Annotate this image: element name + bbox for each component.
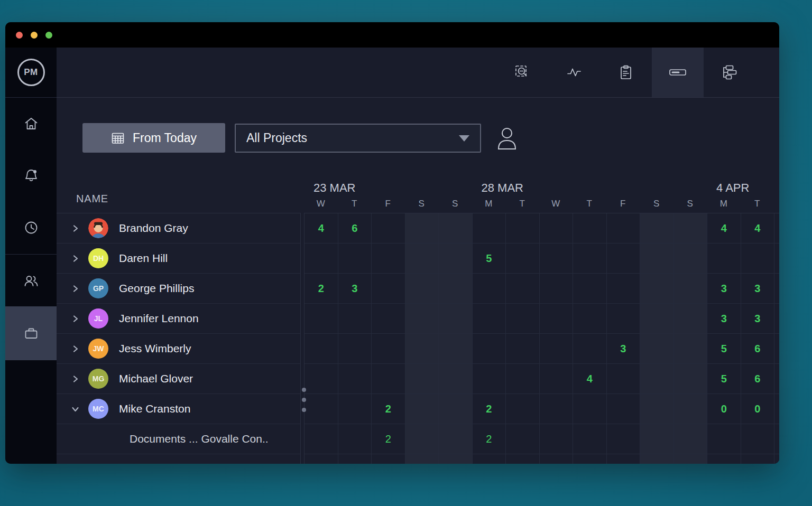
allocation-cell[interactable] — [405, 274, 439, 304]
allocation-cell[interactable] — [372, 213, 405, 243]
allocation-cell[interactable] — [540, 243, 574, 274]
allocation-cell[interactable] — [405, 454, 439, 464]
allocation-cell[interactable] — [674, 243, 708, 274]
allocation-cell[interactable] — [473, 364, 506, 394]
zoom-button[interactable] — [45, 32, 52, 39]
allocation-cell[interactable] — [774, 334, 779, 364]
allocation-cell[interactable] — [372, 243, 405, 274]
collapse-chevron-icon[interactable] — [71, 405, 79, 413]
project-filter-select[interactable]: All Projects — [235, 124, 481, 153]
sidebar-item-home[interactable] — [5, 98, 57, 149]
allocation-cell[interactable] — [439, 394, 473, 424]
sidebar-item-team[interactable] — [5, 255, 57, 306]
allocation-cell[interactable]: 3 — [741, 304, 775, 334]
allocation-cell[interactable] — [774, 424, 779, 454]
allocation-cell[interactable] — [774, 394, 779, 424]
allocation-cell[interactable]: 2 — [473, 424, 506, 454]
expand-chevron-icon[interactable] — [71, 375, 79, 383]
allocation-cell[interactable] — [304, 243, 338, 274]
allocation-cell[interactable]: 2 — [372, 424, 405, 454]
allocation-cell[interactable] — [774, 364, 779, 394]
expand-chevron-icon[interactable] — [71, 255, 79, 263]
allocation-cell[interactable] — [573, 394, 607, 424]
allocation-cell[interactable] — [506, 334, 540, 364]
allocation-cell[interactable] — [439, 334, 473, 364]
allocation-cell[interactable] — [506, 243, 540, 274]
allocation-cell[interactable] — [674, 424, 708, 454]
allocation-cell[interactable] — [607, 243, 641, 274]
allocation-cell[interactable] — [405, 424, 439, 454]
allocation-cell[interactable] — [540, 274, 574, 304]
allocation-cell[interactable] — [607, 454, 641, 464]
allocation-cell[interactable]: 3 — [707, 304, 741, 334]
member-row[interactable]: Brandon Gray — [57, 213, 300, 243]
allocation-cell[interactable] — [707, 424, 741, 454]
allocation-cell[interactable] — [573, 334, 607, 364]
tab-workflow[interactable] — [704, 48, 755, 97]
allocation-cell[interactable] — [540, 424, 574, 454]
allocation-cell[interactable] — [741, 424, 775, 454]
allocation-cell[interactable] — [506, 274, 540, 304]
allocation-cell[interactable] — [372, 454, 405, 464]
allocation-cell[interactable]: 6 — [741, 334, 775, 364]
close-button[interactable] — [16, 32, 23, 39]
allocation-cell[interactable]: 2 — [372, 394, 405, 424]
allocation-cell[interactable]: 5 — [473, 243, 506, 274]
allocation-cell[interactable] — [774, 213, 779, 243]
allocation-cell[interactable]: 5 — [707, 334, 741, 364]
allocation-cell[interactable] — [439, 424, 473, 454]
allocation-cell[interactable] — [540, 213, 574, 243]
allocation-cell[interactable] — [640, 274, 674, 304]
allocation-cell[interactable] — [473, 213, 506, 243]
tab-activity[interactable] — [548, 48, 600, 97]
expand-chevron-icon[interactable] — [71, 224, 79, 232]
allocation-cell[interactable] — [506, 364, 540, 394]
person-filter-button[interactable] — [495, 126, 519, 153]
allocation-cell[interactable] — [674, 304, 708, 334]
allocation-cell[interactable] — [607, 274, 641, 304]
allocation-cell[interactable] — [573, 274, 607, 304]
allocation-cell[interactable] — [573, 454, 607, 464]
allocation-cell[interactable] — [540, 364, 574, 394]
allocation-cell[interactable] — [439, 454, 473, 464]
allocation-cell[interactable] — [439, 243, 473, 274]
allocation-cell[interactable]: 0 — [707, 394, 741, 424]
allocation-cell[interactable]: 4 — [741, 213, 775, 243]
allocation-cell[interactable] — [506, 304, 540, 334]
allocation-cell[interactable]: 5 — [707, 364, 741, 394]
allocation-cell[interactable] — [439, 364, 473, 394]
expand-chevron-icon[interactable] — [71, 285, 79, 293]
allocation-cell[interactable] — [473, 304, 506, 334]
allocation-cell[interactable] — [674, 213, 708, 243]
allocation-cell[interactable] — [338, 364, 372, 394]
member-row[interactable]: MGMichael Glover — [57, 364, 300, 394]
allocation-cell[interactable]: 6 — [741, 364, 775, 394]
allocation-cell[interactable] — [473, 274, 506, 304]
member-row[interactable]: JLJennifer Lennon — [57, 304, 300, 334]
allocation-cell[interactable] — [674, 274, 708, 304]
allocation-cell[interactable] — [573, 243, 607, 274]
allocation-cell[interactable] — [540, 454, 574, 464]
allocation-cell[interactable] — [707, 454, 741, 464]
allocation-cell[interactable] — [607, 364, 641, 394]
allocation-cell[interactable] — [607, 424, 641, 454]
expand-chevron-icon[interactable] — [71, 315, 79, 323]
allocation-cell[interactable] — [304, 454, 338, 464]
member-row[interactable]: MCMike Cranston — [57, 394, 300, 424]
allocation-cell[interactable] — [372, 334, 405, 364]
allocation-cell[interactable] — [304, 424, 338, 454]
allocation-cell[interactable]: 0 — [741, 394, 775, 424]
allocation-cell[interactable] — [573, 213, 607, 243]
allocation-cell[interactable]: 6 — [338, 213, 372, 243]
allocation-cell[interactable] — [640, 424, 674, 454]
allocation-cell[interactable] — [774, 243, 779, 274]
allocation-cell[interactable] — [304, 304, 338, 334]
allocation-cell[interactable] — [774, 304, 779, 334]
allocation-cell[interactable] — [473, 454, 506, 464]
allocation-cell[interactable] — [439, 304, 473, 334]
allocation-cell[interactable] — [741, 454, 775, 464]
allocation-cell[interactable] — [640, 364, 674, 394]
allocation-cell[interactable]: 3 — [607, 334, 641, 364]
allocation-cell[interactable] — [405, 334, 439, 364]
allocation-cell[interactable] — [405, 394, 439, 424]
